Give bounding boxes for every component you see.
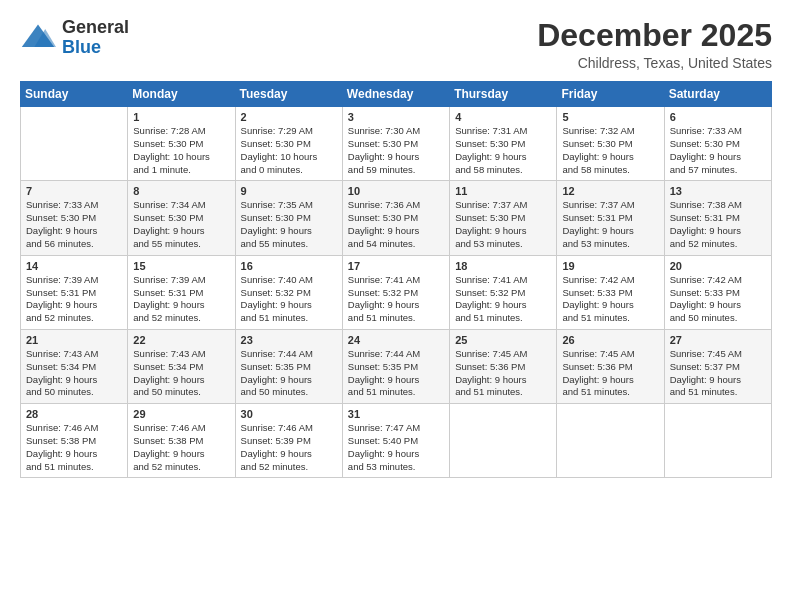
day-number: 2 <box>241 111 337 123</box>
day-info: Sunrise: 7:39 AMSunset: 5:31 PMDaylight:… <box>133 274 229 325</box>
logo: General Blue <box>20 18 129 58</box>
table-row <box>450 404 557 478</box>
logo-general-text: General <box>62 18 129 38</box>
title-block: December 2025 Childress, Texas, United S… <box>537 18 772 71</box>
day-number: 12 <box>562 185 658 197</box>
day-number: 19 <box>562 260 658 272</box>
col-monday: Monday <box>128 82 235 107</box>
table-row: 27Sunrise: 7:45 AMSunset: 5:37 PMDayligh… <box>664 329 771 403</box>
day-number: 4 <box>455 111 551 123</box>
table-row: 14Sunrise: 7:39 AMSunset: 5:31 PMDayligh… <box>21 255 128 329</box>
day-info: Sunrise: 7:43 AMSunset: 5:34 PMDaylight:… <box>133 348 229 399</box>
day-info: Sunrise: 7:37 AMSunset: 5:31 PMDaylight:… <box>562 199 658 250</box>
day-info: Sunrise: 7:33 AMSunset: 5:30 PMDaylight:… <box>26 199 122 250</box>
day-number: 31 <box>348 408 444 420</box>
day-number: 28 <box>26 408 122 420</box>
day-info: Sunrise: 7:45 AMSunset: 5:36 PMDaylight:… <box>562 348 658 399</box>
table-row: 16Sunrise: 7:40 AMSunset: 5:32 PMDayligh… <box>235 255 342 329</box>
day-info: Sunrise: 7:46 AMSunset: 5:39 PMDaylight:… <box>241 422 337 473</box>
col-wednesday: Wednesday <box>342 82 449 107</box>
day-number: 8 <box>133 185 229 197</box>
day-number: 1 <box>133 111 229 123</box>
day-info: Sunrise: 7:32 AMSunset: 5:30 PMDaylight:… <box>562 125 658 176</box>
col-friday: Friday <box>557 82 664 107</box>
day-number: 17 <box>348 260 444 272</box>
table-row: 28Sunrise: 7:46 AMSunset: 5:38 PMDayligh… <box>21 404 128 478</box>
day-number: 21 <box>26 334 122 346</box>
month-title: December 2025 <box>537 18 772 53</box>
day-info: Sunrise: 7:46 AMSunset: 5:38 PMDaylight:… <box>133 422 229 473</box>
day-number: 10 <box>348 185 444 197</box>
day-info: Sunrise: 7:31 AMSunset: 5:30 PMDaylight:… <box>455 125 551 176</box>
table-row: 8Sunrise: 7:34 AMSunset: 5:30 PMDaylight… <box>128 181 235 255</box>
logo-blue-text: Blue <box>62 38 129 58</box>
col-saturday: Saturday <box>664 82 771 107</box>
day-info: Sunrise: 7:46 AMSunset: 5:38 PMDaylight:… <box>26 422 122 473</box>
day-number: 27 <box>670 334 766 346</box>
table-row: 10Sunrise: 7:36 AMSunset: 5:30 PMDayligh… <box>342 181 449 255</box>
table-row: 21Sunrise: 7:43 AMSunset: 5:34 PMDayligh… <box>21 329 128 403</box>
day-info: Sunrise: 7:30 AMSunset: 5:30 PMDaylight:… <box>348 125 444 176</box>
table-row: 3Sunrise: 7:30 AMSunset: 5:30 PMDaylight… <box>342 107 449 181</box>
day-info: Sunrise: 7:43 AMSunset: 5:34 PMDaylight:… <box>26 348 122 399</box>
table-row: 19Sunrise: 7:42 AMSunset: 5:33 PMDayligh… <box>557 255 664 329</box>
day-number: 29 <box>133 408 229 420</box>
table-row: 1Sunrise: 7:28 AMSunset: 5:30 PMDaylight… <box>128 107 235 181</box>
table-row: 7Sunrise: 7:33 AMSunset: 5:30 PMDaylight… <box>21 181 128 255</box>
table-row: 2Sunrise: 7:29 AMSunset: 5:30 PMDaylight… <box>235 107 342 181</box>
col-sunday: Sunday <box>21 82 128 107</box>
day-number: 23 <box>241 334 337 346</box>
table-row: 20Sunrise: 7:42 AMSunset: 5:33 PMDayligh… <box>664 255 771 329</box>
table-row: 25Sunrise: 7:45 AMSunset: 5:36 PMDayligh… <box>450 329 557 403</box>
day-info: Sunrise: 7:44 AMSunset: 5:35 PMDaylight:… <box>241 348 337 399</box>
table-row: 17Sunrise: 7:41 AMSunset: 5:32 PMDayligh… <box>342 255 449 329</box>
calendar-header-row: Sunday Monday Tuesday Wednesday Thursday… <box>21 82 772 107</box>
table-row: 30Sunrise: 7:46 AMSunset: 5:39 PMDayligh… <box>235 404 342 478</box>
day-info: Sunrise: 7:44 AMSunset: 5:35 PMDaylight:… <box>348 348 444 399</box>
day-info: Sunrise: 7:40 AMSunset: 5:32 PMDaylight:… <box>241 274 337 325</box>
table-row: 6Sunrise: 7:33 AMSunset: 5:30 PMDaylight… <box>664 107 771 181</box>
day-number: 20 <box>670 260 766 272</box>
day-info: Sunrise: 7:39 AMSunset: 5:31 PMDaylight:… <box>26 274 122 325</box>
page: General Blue December 2025 Childress, Te… <box>0 0 792 612</box>
table-row <box>21 107 128 181</box>
calendar-week-row: 1Sunrise: 7:28 AMSunset: 5:30 PMDaylight… <box>21 107 772 181</box>
day-number: 14 <box>26 260 122 272</box>
table-row: 26Sunrise: 7:45 AMSunset: 5:36 PMDayligh… <box>557 329 664 403</box>
day-number: 15 <box>133 260 229 272</box>
day-number: 26 <box>562 334 658 346</box>
day-number: 6 <box>670 111 766 123</box>
col-tuesday: Tuesday <box>235 82 342 107</box>
day-info: Sunrise: 7:45 AMSunset: 5:37 PMDaylight:… <box>670 348 766 399</box>
table-row <box>664 404 771 478</box>
day-info: Sunrise: 7:45 AMSunset: 5:36 PMDaylight:… <box>455 348 551 399</box>
day-info: Sunrise: 7:42 AMSunset: 5:33 PMDaylight:… <box>562 274 658 325</box>
calendar-week-row: 14Sunrise: 7:39 AMSunset: 5:31 PMDayligh… <box>21 255 772 329</box>
day-number: 25 <box>455 334 551 346</box>
day-info: Sunrise: 7:42 AMSunset: 5:33 PMDaylight:… <box>670 274 766 325</box>
day-number: 3 <box>348 111 444 123</box>
day-info: Sunrise: 7:34 AMSunset: 5:30 PMDaylight:… <box>133 199 229 250</box>
day-info: Sunrise: 7:38 AMSunset: 5:31 PMDaylight:… <box>670 199 766 250</box>
day-info: Sunrise: 7:47 AMSunset: 5:40 PMDaylight:… <box>348 422 444 473</box>
table-row: 22Sunrise: 7:43 AMSunset: 5:34 PMDayligh… <box>128 329 235 403</box>
day-info: Sunrise: 7:28 AMSunset: 5:30 PMDaylight:… <box>133 125 229 176</box>
table-row: 5Sunrise: 7:32 AMSunset: 5:30 PMDaylight… <box>557 107 664 181</box>
table-row: 13Sunrise: 7:38 AMSunset: 5:31 PMDayligh… <box>664 181 771 255</box>
calendar-week-row: 28Sunrise: 7:46 AMSunset: 5:38 PMDayligh… <box>21 404 772 478</box>
table-row: 11Sunrise: 7:37 AMSunset: 5:30 PMDayligh… <box>450 181 557 255</box>
table-row <box>557 404 664 478</box>
day-info: Sunrise: 7:41 AMSunset: 5:32 PMDaylight:… <box>455 274 551 325</box>
day-number: 18 <box>455 260 551 272</box>
table-row: 18Sunrise: 7:41 AMSunset: 5:32 PMDayligh… <box>450 255 557 329</box>
day-number: 9 <box>241 185 337 197</box>
subtitle: Childress, Texas, United States <box>537 55 772 71</box>
day-info: Sunrise: 7:41 AMSunset: 5:32 PMDaylight:… <box>348 274 444 325</box>
day-info: Sunrise: 7:36 AMSunset: 5:30 PMDaylight:… <box>348 199 444 250</box>
day-number: 16 <box>241 260 337 272</box>
day-info: Sunrise: 7:33 AMSunset: 5:30 PMDaylight:… <box>670 125 766 176</box>
table-row: 4Sunrise: 7:31 AMSunset: 5:30 PMDaylight… <box>450 107 557 181</box>
day-number: 11 <box>455 185 551 197</box>
col-thursday: Thursday <box>450 82 557 107</box>
table-row: 24Sunrise: 7:44 AMSunset: 5:35 PMDayligh… <box>342 329 449 403</box>
